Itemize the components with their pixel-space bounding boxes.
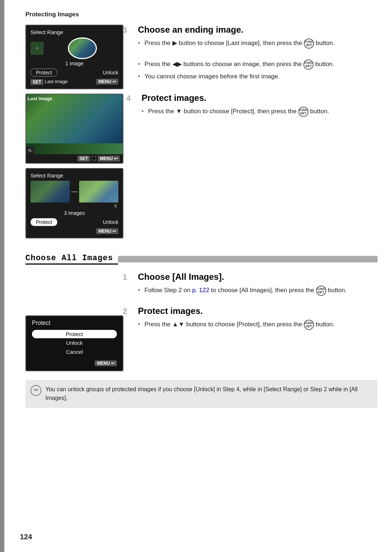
quality-indicator: 4L	[26, 146, 34, 154]
screen3-count: 3 images	[30, 210, 118, 216]
note-icon: ✏	[30, 385, 41, 396]
all-step1-bullets: Follow Step 2 on p. 122 to choose [All I…	[138, 286, 377, 296]
screen1-title: Select Range	[30, 29, 118, 35]
step3-bullet-3: You cannot choose images before the firs…	[138, 72, 377, 81]
arrow-leftright-icon: ◀▶	[172, 61, 182, 68]
step3-row: Select Range 4 1 image Protect Unlock SE…	[25, 25, 377, 243]
screen3-title: Select Range	[30, 172, 118, 179]
all-step2-block: 2 Protect images. Press the ▲▼ buttons t…	[134, 306, 377, 330]
screen3-unlock: Unlock	[103, 219, 118, 225]
last-img-icon: ⛶	[91, 156, 96, 161]
step4-block: 4 Protect images. Press the ▼ button to …	[138, 93, 377, 117]
step3-right: 3 Choose an ending image. Press the ▶ bu…	[134, 25, 377, 243]
screen3-bottom: Protect Unlock	[30, 218, 118, 226]
step4-num: 4	[126, 94, 131, 103]
last-image-footer: SET ⛶ MENU ↩	[26, 154, 123, 163]
choose-all-label: Choose All Images	[25, 254, 118, 265]
select-range-screen-1: Select Range 4 1 image Protect Unlock SE…	[25, 25, 123, 89]
protect-menu-item-cancel: Cancel	[32, 347, 117, 356]
thumb-left	[30, 181, 70, 203]
step1-spacer	[25, 272, 123, 315]
all-step1-title: Choose [All Images].	[138, 272, 377, 282]
left-border	[0, 0, 4, 552]
note-box: ✏ You can unlock groups of protected ima…	[25, 380, 377, 408]
p122-link[interactable]: p. 122	[192, 287, 209, 294]
all-step2-bullets: Press the ▲▼ buttons to choose [Protect]…	[138, 320, 377, 330]
screen1-bottom: Protect Unlock	[30, 69, 118, 77]
step3-more-bullets: Press the ◀▶ buttons to choose an image,…	[138, 60, 377, 81]
screen1-unlock: Unlock	[103, 70, 118, 75]
arrow-right-icon: ▶	[172, 40, 177, 46]
protect-menu-item-protect: Protect	[32, 330, 117, 338]
protect-menu-items: Protect Unlock Cancel	[32, 330, 117, 356]
step3-block: 3 Choose an ending image. Press the ▶ bu…	[134, 25, 377, 117]
set-badge-2: SET	[77, 156, 90, 161]
arrow-updown-icon: ▲▼	[172, 321, 185, 328]
note-text: You can unlock groups of protected image…	[45, 386, 358, 401]
page-number: 124	[20, 533, 32, 541]
screen1-protect-btn[interactable]: Protect	[30, 69, 57, 77]
all-step2-bullet-1: Press the ▲▼ buttons to choose [Protect]…	[138, 320, 377, 330]
screen3-footer: MENU ↩	[30, 228, 118, 234]
screen3-num6: 6	[30, 203, 118, 209]
last-image-screen: Last image 4L SET ⛶ MENU ↩	[25, 94, 123, 164]
step3-title: Choose an ending image.	[138, 25, 377, 35]
func-btn-5: FUNCSET	[304, 320, 314, 330]
screen3-protect-btn[interactable]: Protect	[30, 218, 57, 226]
step3-num: 3	[123, 25, 127, 35]
choose-all-divider: Choose All Images	[25, 254, 377, 265]
protect-menu-item-unlock: Unlock	[32, 338, 117, 347]
screen1-count: 1 image	[30, 61, 118, 66]
step3-extra-bullets: Press the ◀▶ buttons to choose an image,…	[138, 60, 377, 81]
choose-all-right: 1 Choose [All Images]. Follow Step 2 on …	[134, 272, 377, 371]
all-step2-num: 2	[123, 307, 127, 316]
step3-bullet-1: Press the ▶ button to choose [Last image…	[138, 38, 377, 49]
screen1-set-last: SET Last image	[30, 79, 68, 85]
all-step1-num: 1	[123, 273, 127, 282]
screen1-footer: SET Last image MENU ↩	[30, 79, 118, 85]
step3-bullet-2: Press the ◀▶ buttons to choose an image,…	[138, 60, 377, 70]
section-header: Protecting Images	[25, 11, 377, 18]
step4-bullets: Press the ▼ button to choose [Protect], …	[142, 107, 377, 117]
func-btn-4: FUNCSET	[316, 286, 326, 296]
set-badge-1: SET	[30, 79, 43, 85]
all-step1-bullet-1: Follow Step 2 on p. 122 to choose [All I…	[138, 286, 377, 296]
thumb-right	[79, 181, 118, 203]
thumb-small-left: 4	[30, 42, 44, 55]
step3-bullets: Press the ▶ button to choose [Last image…	[138, 38, 377, 49]
func-btn-3: FUNCSET	[298, 107, 309, 117]
step4-title: Protect images.	[142, 93, 377, 103]
all-step2-content: Protect images. Press the ▲▼ buttons to …	[134, 306, 377, 330]
step4-content: Protect images. Press the ▼ button to ch…	[138, 93, 377, 117]
menu-badge-3: MENU ↩	[96, 228, 118, 234]
all-step1-content: Choose [All Images]. Follow Step 2 on p.…	[134, 272, 377, 296]
protect-menu-bottom: MENU ↩	[32, 359, 117, 367]
dash-separator: —	[71, 188, 78, 195]
func-btn-2: FUNCSET	[303, 60, 314, 70]
choose-all-row: Protect Protect Unlock Cancel MENU ↩ 1 C…	[25, 272, 377, 371]
last-image-label: Last image	[28, 96, 52, 101]
screen3-images: —	[30, 181, 118, 203]
menu-badge-1: MENU ↩	[96, 79, 118, 85]
step4-bullet-1: Press the ▼ button to choose [Protect], …	[142, 107, 377, 117]
protect-menu-title: Protect	[32, 320, 117, 326]
choose-all-screens: Protect Protect Unlock Cancel MENU ↩	[25, 272, 123, 371]
all-step2-title: Protect images.	[138, 306, 377, 316]
select-range-screen-2: Select Range — 6 3 images Protect Unlock…	[25, 168, 123, 238]
ending-image-circle	[68, 37, 97, 59]
step3-screens: Select Range 4 1 image Protect Unlock SE…	[25, 25, 123, 243]
step4-inner: 4 Protect images. Press the ▼ button to …	[138, 93, 377, 117]
last-image-area: Last image 4L	[26, 94, 123, 154]
divider-line	[118, 256, 377, 262]
func-btn-1: FUNCSET	[304, 38, 314, 49]
menu-badge-4: MENU ↩	[95, 360, 117, 366]
all-step1-block: 1 Choose [All Images]. Follow Step 2 on …	[134, 272, 377, 296]
step3-content: Choose an ending image. Press the ▶ butt…	[134, 25, 377, 117]
menu-badge-2: MENU ↩	[98, 156, 120, 161]
arrow-down-icon: ▼	[176, 108, 182, 115]
protect-menu-screen: Protect Protect Unlock Cancel MENU ↩	[25, 315, 123, 371]
